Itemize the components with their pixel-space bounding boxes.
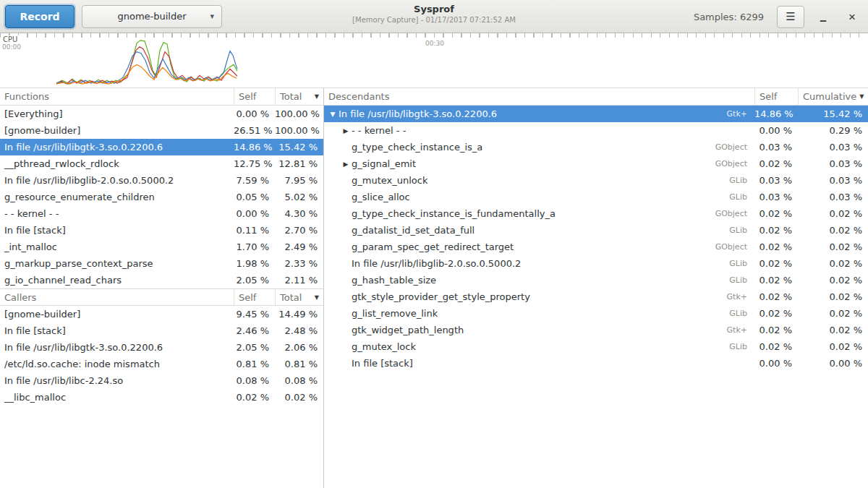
table-row[interactable]: In file /usr/lib/libgtk-3.so.0.2200.614.… — [0, 139, 323, 155]
tree-indent — [324, 197, 340, 197]
total-percent: 2.70 % — [275, 225, 323, 236]
function-name: In file [stack] — [0, 325, 234, 336]
tree-row[interactable]: gtk_style_provider_get_style_propertyGtk… — [324, 288, 868, 305]
table-row[interactable]: In file /usr/lib/libc-2.24.so0.08 %0.08 … — [0, 372, 323, 389]
chevron-down-icon: ▾ — [210, 12, 214, 21]
tree-row[interactable]: g_list_remove_linkGLib0.02 %0.02 % — [324, 305, 868, 322]
self-percent: 0.03 % — [754, 175, 798, 186]
menu-button[interactable]: ☰ — [777, 6, 804, 28]
table-row[interactable]: /etc/ld.so.cache: inode mismatch0.81 %0.… — [0, 356, 323, 372]
expander-icon[interactable]: ▶ — [340, 160, 352, 168]
self-percent: 0.03 % — [754, 192, 798, 202]
self-percent: 0.02 % — [754, 208, 798, 219]
total-percent: 5.02 % — [275, 192, 323, 202]
library-badge: GObject — [715, 159, 754, 168]
descendants-header-self[interactable]: Self — [754, 88, 798, 105]
right-pane: Descendants Self Cumulative ▼ ▼In file /… — [324, 88, 868, 488]
callers-header-title[interactable]: Callers — [0, 289, 234, 305]
tree-row[interactable]: g_slice_allocGLib0.03 %0.03 % — [324, 189, 868, 205]
total-percent: 0.02 % — [275, 392, 323, 403]
close-button[interactable]: × — [842, 6, 862, 28]
total-percent: 2.33 % — [275, 258, 323, 269]
table-row[interactable]: __libc_malloc0.02 %0.02 % — [0, 389, 323, 406]
table-row[interactable]: g_resource_enumerate_children0.05 %5.02 … — [0, 189, 323, 205]
functions-table: [Everything]0.00 %100.00 %[gnome-builder… — [0, 106, 323, 288]
tree-row[interactable]: ▶- - kernel - -0.00 %0.29 % — [324, 122, 868, 139]
self-percent: 26.51 % — [234, 125, 275, 136]
header-right-group: Samples: 6299 ☰ – × — [694, 0, 862, 33]
callers-header-self[interactable]: Self — [234, 289, 275, 305]
function-name: [gnome-builder] — [0, 309, 234, 320]
cumulative-percent: 0.03 % — [798, 175, 868, 186]
table-row[interactable]: In file /usr/lib/libglib-2.0.so.0.5000.2… — [0, 172, 323, 189]
cpu-timeline[interactable]: CPU 00:00 00:30 — [0, 33, 868, 88]
function-name: g_io_channel_read_chars — [0, 275, 234, 286]
self-percent: 1.98 % — [234, 258, 275, 269]
table-row[interactable]: In file /usr/lib/libgtk-3.so.0.2200.62.0… — [0, 339, 323, 356]
minimize-button[interactable]: – — [813, 6, 833, 28]
tree-row[interactable]: g_type_check_instance_is_fundamentally_a… — [324, 205, 868, 222]
function-name: /etc/ld.so.cache: inode mismatch — [0, 359, 234, 369]
library-badge: Gtk+ — [727, 292, 754, 301]
function-name: In file [stack] — [0, 225, 234, 236]
cumulative-percent: 0.02 % — [798, 275, 868, 286]
function-name: In file /usr/lib/libgtk-3.so.0.2200.6 — [0, 342, 234, 353]
tree-indent — [324, 346, 340, 347]
function-name: [gnome-builder] — [0, 125, 234, 136]
tree-row[interactable]: g_datalist_id_set_data_fullGLib0.02 %0.0… — [324, 222, 868, 239]
table-row[interactable]: In file [stack]2.46 %2.48 % — [0, 322, 323, 339]
self-percent: 0.02 % — [754, 275, 798, 286]
table-row[interactable]: In file [stack]0.11 %2.70 % — [0, 222, 323, 239]
tree-indent — [324, 247, 340, 247]
tree-row[interactable]: gtk_widget_path_lengthGtk+0.02 %0.02 % — [324, 322, 868, 338]
total-percent: 12.81 % — [275, 158, 323, 169]
process-selector-dropdown[interactable]: gnome-builder ▾ — [82, 5, 222, 28]
table-row[interactable]: [gnome-builder]26.51 %100.00 % — [0, 122, 323, 139]
expander-icon[interactable]: ▶ — [340, 127, 352, 134]
function-name: In file [stack] — [352, 358, 413, 369]
functions-header-title[interactable]: Functions — [0, 88, 234, 105]
expander-icon[interactable]: ▼ — [327, 111, 339, 118]
self-percent: 0.05 % — [234, 192, 275, 202]
close-icon: × — [848, 10, 856, 24]
table-row[interactable]: _int_malloc1.70 %2.49 % — [0, 239, 323, 255]
table-row[interactable]: - - kernel - -0.00 %4.30 % — [0, 205, 323, 222]
function-name: g_mutex_unlock — [352, 175, 427, 186]
tree-row[interactable]: In file [stack]0.00 %0.00 % — [324, 355, 868, 372]
descendants-column-header: Descendants Self Cumulative ▼ — [324, 88, 868, 106]
tree-row[interactable]: g_param_spec_get_redirect_targetGObject0… — [324, 239, 868, 255]
tree-row[interactable]: ▶g_signal_emitGObject0.02 %0.03 % — [324, 155, 868, 172]
self-percent: 0.02 % — [754, 225, 798, 236]
table-row[interactable]: [Everything]0.00 %100.00 % — [0, 106, 323, 122]
tree-row[interactable]: In file /usr/lib/libglib-2.0.so.0.5000.2… — [324, 255, 868, 272]
callers-header-total[interactable]: Total ▼ — [275, 289, 323, 305]
table-row[interactable]: g_io_channel_read_chars2.05 %2.11 % — [0, 272, 323, 288]
table-row[interactable]: [gnome-builder]9.45 %14.49 % — [0, 306, 323, 322]
functions-header-self[interactable]: Self — [234, 88, 275, 105]
table-row[interactable]: __pthread_rwlock_rdlock12.75 %12.81 % — [0, 155, 323, 172]
tree-row[interactable]: g_mutex_unlockGLib0.03 %0.03 % — [324, 172, 868, 189]
library-badge: GLib — [729, 192, 754, 202]
cumulative-percent: 0.29 % — [798, 125, 868, 136]
self-percent: 0.02 % — [754, 325, 798, 335]
tree-row[interactable]: g_type_check_instance_is_aGObject0.03 %0… — [324, 139, 868, 155]
tree-indent — [324, 313, 340, 314]
tree-row[interactable]: g_mutex_lockGLib0.02 %0.02 % — [324, 338, 868, 355]
tree-row[interactable]: ▼In file /usr/lib/libgtk-3.so.0.2200.6Gt… — [324, 106, 868, 122]
descendants-header-cumulative[interactable]: Cumulative ▼ — [798, 88, 868, 105]
cumulative-percent: 0.03 % — [798, 158, 868, 169]
tree-row[interactable]: g_hash_table_sizeGLib0.02 %0.02 % — [324, 272, 868, 288]
function-name: gtk_widget_path_length — [352, 325, 464, 335]
sysprof-window: Record gnome-builder ▾ Sysprof [Memory C… — [0, 0, 868, 488]
record-button[interactable]: Record — [5, 5, 75, 28]
tree-indent — [324, 230, 340, 231]
function-name: g_signal_emit — [352, 158, 416, 169]
functions-header-total[interactable]: Total ▼ — [275, 88, 323, 105]
self-percent: 0.03 % — [754, 142, 798, 153]
library-badge: GObject — [715, 242, 754, 252]
descendants-header-title[interactable]: Descendants — [324, 88, 754, 105]
function-name: - - kernel - - — [0, 208, 234, 219]
function-name: In file /usr/lib/libglib-2.0.so.0.5000.2 — [352, 258, 521, 269]
table-row[interactable]: g_markup_parse_context_parse1.98 %2.33 % — [0, 255, 323, 272]
self-percent: 14.86 % — [754, 108, 798, 119]
